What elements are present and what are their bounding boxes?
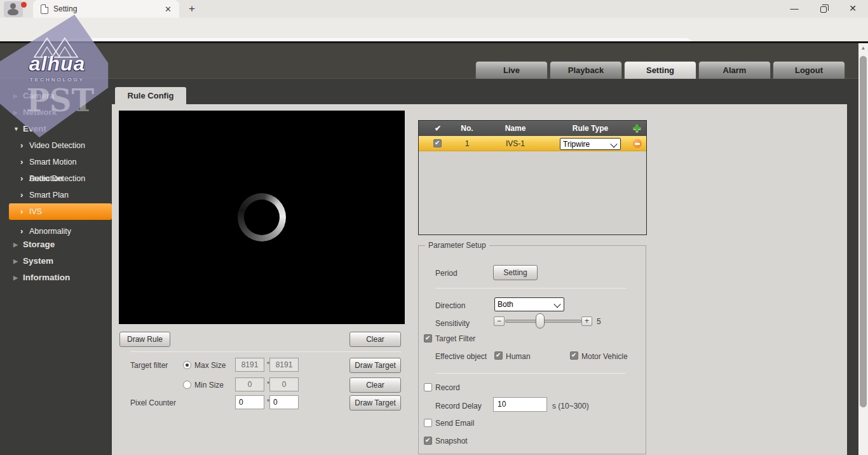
sub-arrow-icon: ›: [20, 187, 23, 203]
max-size-radio[interactable]: [183, 361, 191, 369]
max-size-width-field[interactable]: 8191: [235, 358, 264, 372]
direction-dropdown[interactable]: Both: [494, 297, 564, 311]
parameter-setup-legend: Parameter Setup: [425, 241, 489, 250]
collapse-arrow-icon: ▶: [13, 253, 18, 269]
sidebar-item-system[interactable]: ▶ System: [0, 253, 112, 269]
human-checkbox[interactable]: [494, 351, 503, 360]
send-email-label: Send Email: [435, 419, 474, 428]
sensitivity-value: 5: [597, 317, 601, 326]
sidebar-item-smart-plan[interactable]: › Smart Plan: [0, 187, 112, 203]
draw-target-pixel-button[interactable]: Draw Target: [349, 395, 401, 411]
nav-setting-button[interactable]: Setting: [624, 61, 696, 79]
rule-table-header: ✔ No. Name Rule Type ✚: [419, 121, 646, 136]
pixel-counter-label: Pixel Counter: [130, 398, 176, 407]
parameter-setup-group: Parameter Setup Period Setting Direction…: [418, 245, 646, 454]
min-size-height-field[interactable]: 0: [269, 377, 299, 391]
browser-tab[interactable]: Setting ✕: [33, 0, 179, 18]
rule-no: 1: [454, 136, 480, 151]
rule-type-select[interactable]: Tripwire: [560, 138, 621, 150]
human-label: Human: [506, 352, 531, 361]
sub-arrow-icon: ›: [20, 203, 23, 219]
header-check-icon: ✔: [428, 121, 447, 136]
pixel-counter-height-field[interactable]: 0: [269, 395, 299, 409]
divider: [435, 288, 626, 289]
restore-icon: [820, 6, 827, 13]
sidebar-item-information[interactable]: ▶ Information: [0, 269, 112, 286]
rule-table-row[interactable]: 1 IVS-1 Tripwire: [419, 136, 646, 151]
rule-table: ✔ No. Name Rule Type ✚ 1 IVS-1 Tripwire: [418, 120, 647, 235]
min-size-radio[interactable]: [183, 381, 191, 389]
collapse-arrow-icon: ▶: [13, 88, 18, 104]
avatar-body: [8, 9, 18, 15]
record-delay-field[interactable]: 10: [493, 397, 547, 412]
scrollbar-up-icon[interactable]: ▲: [858, 43, 868, 53]
profile-alert-dot: [21, 2, 27, 8]
collapse-arrow-icon: ▶: [13, 104, 18, 121]
avatar-head: [10, 3, 16, 9]
motor-vehicle-label: Motor Vehicle: [581, 352, 628, 361]
scrollbar-thumb[interactable]: [860, 56, 867, 407]
clear-target-button[interactable]: Clear: [349, 377, 401, 393]
browser-addressbar: ← ⟳ ! 不安全 | 192.168.1.108 A⁾ ☆ e ⋯: [0, 18, 868, 41]
add-rule-icon[interactable]: ✚: [633, 123, 641, 134]
max-size-label: Max Size: [194, 361, 226, 370]
divider: [131, 351, 401, 352]
sidebar-item-ivs[interactable]: › IVS: [9, 203, 112, 220]
sensitivity-minus-button[interactable]: −: [494, 316, 505, 326]
direction-select[interactable]: Both: [494, 297, 564, 311]
direction-label: Direction: [435, 301, 465, 310]
period-label: Period: [435, 269, 458, 278]
sensitivity-label: Sensitivity: [435, 319, 470, 328]
sidebar-item-audio-detection[interactable]: › Audio Detection: [0, 170, 112, 187]
nav-live-button[interactable]: Live: [475, 61, 548, 79]
send-email-checkbox[interactable]: [424, 419, 432, 427]
tab-close-icon[interactable]: ✕: [162, 4, 174, 15]
nav-playback-button[interactable]: Playback: [550, 61, 622, 79]
draw-target-max-button[interactable]: Draw Target: [349, 358, 401, 373]
expand-arrow-icon: ▼: [13, 121, 19, 137]
sensitivity-plus-button[interactable]: +: [581, 316, 592, 326]
sidebar-item-network[interactable]: ▶ Network: [0, 104, 112, 121]
window-minimize-button[interactable]: —: [780, 0, 808, 18]
max-size-height-field[interactable]: 8191: [269, 358, 299, 372]
header-no: No.: [454, 121, 480, 136]
min-size-width-field[interactable]: 0: [235, 377, 264, 391]
tab-title: Setting: [53, 4, 162, 13]
motor-vehicle-checkbox[interactable]: [570, 351, 578, 360]
rule-enable-checkbox[interactable]: [433, 139, 442, 147]
record-checkbox[interactable]: [424, 383, 432, 391]
tab-rule-config[interactable]: Rule Config: [115, 87, 186, 104]
target-filter-checkbox[interactable]: [424, 334, 432, 343]
rule-name: IVS-1: [496, 136, 534, 151]
min-size-label: Min Size: [194, 381, 224, 390]
target-filter-param-label: Target Filter: [435, 334, 475, 343]
sidebar-item-video-detection[interactable]: › Video Detection: [0, 137, 112, 154]
sensitivity-slider-thumb[interactable]: [536, 313, 545, 329]
window-close-button[interactable]: ✕: [839, 0, 867, 18]
app-root: Setting ✕ + — ✕ ← ⟳ ! 不安全 | 192.168.1.10…: [0, 0, 868, 455]
page-scrollbar[interactable]: ▲: [858, 43, 868, 455]
snapshot-checkbox[interactable]: [424, 437, 432, 445]
draw-rule-button[interactable]: Draw Rule: [119, 332, 170, 347]
sidebar-item-storage[interactable]: ▶ Storage: [0, 236, 112, 253]
period-setting-button[interactable]: Setting: [493, 265, 538, 280]
sidebar-item-event[interactable]: ▼ Event: [0, 121, 112, 137]
new-tab-button[interactable]: +: [184, 2, 200, 16]
window-restore-button[interactable]: [810, 0, 837, 18]
nav-logout-button[interactable]: Logout: [773, 61, 845, 79]
dahua-page: Live Playback Setting Alarm Logout ▶ Cam…: [0, 41, 868, 455]
browser-profile-avatar[interactable]: [4, 1, 23, 17]
header-name: Name: [496, 121, 534, 136]
sidebar-item-camera[interactable]: ▶ Camera: [0, 88, 112, 104]
content-panel: Draw Rule Clear Target filter Max Size 8…: [112, 104, 847, 455]
sidebar-item-smart-motion-detection[interactable]: › Smart Motion Detection: [0, 154, 112, 170]
video-preview[interactable]: [119, 111, 405, 324]
delete-rule-icon[interactable]: [633, 139, 642, 148]
nav-alarm-button[interactable]: Alarm: [698, 61, 771, 79]
pixel-counter-width-field[interactable]: 0: [235, 395, 264, 409]
clear-rule-button[interactable]: Clear: [349, 332, 401, 347]
header-rule-type: Rule Type: [565, 121, 616, 136]
rule-type-dropdown[interactable]: Tripwire: [560, 138, 621, 150]
effective-object-label: Effective object: [435, 352, 487, 361]
record-label: Record: [435, 383, 460, 392]
